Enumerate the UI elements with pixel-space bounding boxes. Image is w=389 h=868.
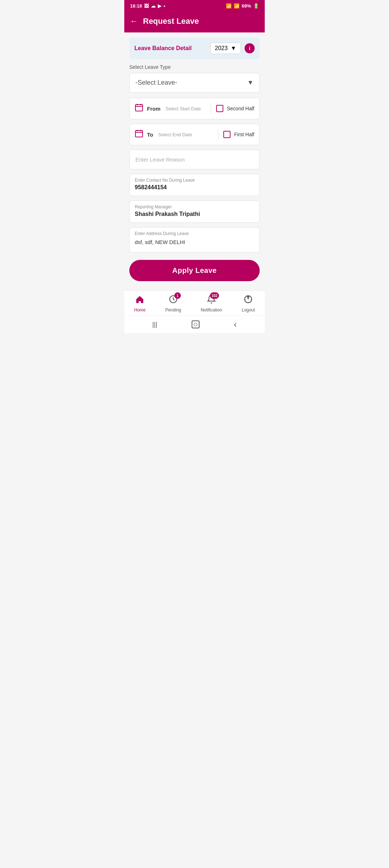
contact-no-field[interactable]: Enter Contact No During Leave 9582444154 <box>129 174 260 196</box>
first-half-label: First Half <box>234 132 254 137</box>
info-button[interactable]: i <box>245 43 255 53</box>
leave-type-label: Select Leave Type <box>129 64 260 70</box>
status-right: 📶 📶 69% 🔋 <box>226 3 259 9</box>
svg-rect-4 <box>135 130 143 137</box>
header: ← Request Leave <box>124 12 265 32</box>
pending-icon: 1 <box>169 294 178 306</box>
year-dropdown-arrow: ▼ <box>231 45 236 52</box>
nav-home[interactable]: Home <box>134 294 146 313</box>
from-placeholder: Select Start Date <box>166 106 201 111</box>
status-bar: 18:18 🖼 ☁ ▶ • 📶 📶 69% 🔋 <box>124 0 265 12</box>
battery-icon: 🔋 <box>253 3 259 9</box>
address-value: dsf, sdf, NEW DELHI <box>135 239 254 245</box>
pending-badge: 1 <box>174 292 181 299</box>
android-nav-bar: ||| ○ ‹ <box>124 315 265 333</box>
from-label: From <box>147 106 161 112</box>
dot-icon: • <box>164 3 165 9</box>
leave-balance-title: Leave Balance Detail <box>134 45 192 52</box>
second-half-checkbox[interactable] <box>216 105 223 112</box>
leave-reason-input[interactable]: Enter Leave Reason <box>129 150 260 169</box>
bottom-nav: Home 1 Pending 102 Notification <box>124 291 265 315</box>
to-date-right: First Half <box>218 131 254 138</box>
leave-balance-card: Leave Balance Detail 2023 ▼ i <box>129 37 260 59</box>
apply-leave-button[interactable]: Apply Leave <box>129 260 260 281</box>
status-left: 18:18 🖼 ☁ ▶ • <box>130 3 165 9</box>
contact-no-label: Enter Contact No During Leave <box>135 178 254 183</box>
to-date-row: To Select End Date First Half <box>129 124 260 145</box>
address-label: Enter Address During Leave <box>135 231 254 236</box>
nav-notification[interactable]: 102 Notification <box>201 294 222 313</box>
to-date-left[interactable]: To Select End Date <box>135 129 218 140</box>
back-button[interactable]: ← <box>130 17 138 26</box>
contact-no-value: 9582444154 <box>135 184 254 191</box>
from-date-right: Second Half <box>211 105 254 112</box>
logout-label: Logout <box>242 307 255 313</box>
reporting-manager-label: Reporting Manager <box>135 204 254 209</box>
leave-type-dropdown[interactable]: -Select Leave- ▼ <box>129 73 260 93</box>
svg-rect-0 <box>135 105 143 111</box>
leave-balance-right: 2023 ▼ i <box>210 43 255 54</box>
signal-icon: 📶 <box>234 3 240 9</box>
nav-pending[interactable]: 1 Pending <box>165 294 181 313</box>
nav-logout[interactable]: Logout <box>242 294 255 313</box>
from-date-row: From Select Start Date Second Half <box>129 98 260 119</box>
wifi-icon: 📶 <box>226 3 232 9</box>
status-time: 18:18 <box>130 3 142 9</box>
second-half-label: Second Half <box>227 106 254 111</box>
android-back-button[interactable]: ‹ <box>234 319 237 329</box>
logout-icon <box>243 294 253 306</box>
notification-icon: 102 <box>207 294 216 306</box>
notification-label: Notification <box>201 307 222 313</box>
cloud-icon: ☁ <box>151 3 156 9</box>
page-title: Request Leave <box>143 17 199 26</box>
address-field[interactable]: Enter Address During Leave dsf, sdf, NEW… <box>129 227 260 253</box>
home-label: Home <box>134 307 146 313</box>
year-dropdown[interactable]: 2023 ▼ <box>210 43 241 54</box>
home-icon <box>135 294 144 306</box>
calendar-from-icon <box>135 103 143 114</box>
notification-badge: 102 <box>210 292 219 299</box>
youtube-icon: ▶ <box>158 3 161 9</box>
photo-icon: 🖼 <box>144 3 149 9</box>
main-content: Leave Balance Detail 2023 ▼ i Select Lea… <box>124 32 265 291</box>
year-value: 2023 <box>215 45 228 52</box>
reporting-manager-value: Shashi Prakash Tripathi <box>135 211 254 217</box>
leave-type-placeholder: -Select Leave- <box>135 79 177 87</box>
first-half-checkbox[interactable] <box>223 131 231 138</box>
to-placeholder: Select End Date <box>158 132 192 137</box>
leave-reason-placeholder: Enter Leave Reason <box>135 156 185 163</box>
leave-type-arrow: ▼ <box>247 79 254 87</box>
reporting-manager-field: Reporting Manager Shashi Prakash Tripath… <box>129 200 260 223</box>
android-home-button[interactable]: ○ <box>192 320 200 328</box>
pending-label: Pending <box>165 307 181 313</box>
to-label: To <box>147 132 153 138</box>
android-menu-button[interactable]: ||| <box>152 321 157 328</box>
from-date-left[interactable]: From Select Start Date <box>135 103 211 114</box>
calendar-to-icon <box>135 129 143 140</box>
battery-text: 69% <box>242 3 251 9</box>
